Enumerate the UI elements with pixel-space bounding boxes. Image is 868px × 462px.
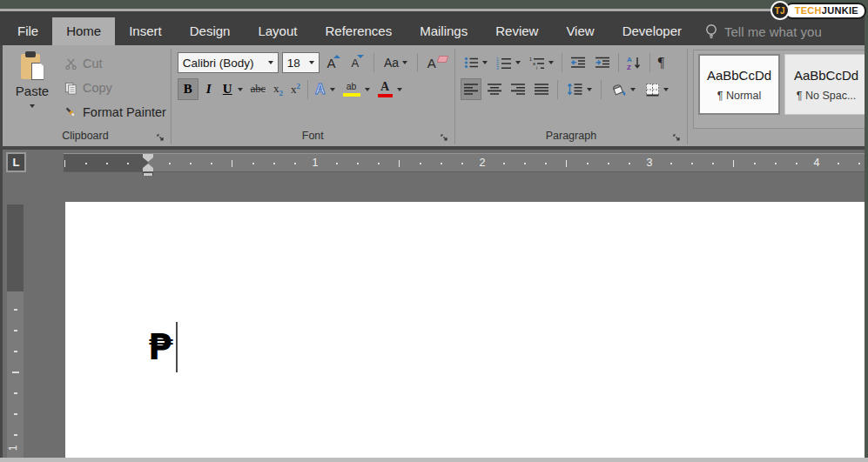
numbering-button[interactable]: 1 2 3 — [493, 52, 524, 74]
styles-gallery: AaBbCcDd ¶ Normal AaBbCcDd ¶ No Spac... — [693, 50, 868, 129]
font-name-combobox[interactable]: Calibri (Body) — [178, 52, 279, 73]
font-color-button[interactable]: A — [374, 78, 406, 100]
justify-button[interactable] — [531, 78, 552, 100]
font-color-swatch — [378, 94, 393, 98]
tab-home[interactable]: Home — [52, 17, 115, 45]
format-painter-button[interactable]: Format Painter — [64, 102, 166, 123]
paint-bucket-icon — [610, 83, 627, 97]
tab-layout[interactable]: Layout — [244, 17, 311, 45]
tab-design[interactable]: Design — [176, 17, 245, 45]
underline-dropdown-icon[interactable] — [238, 88, 243, 91]
increase-indent-button[interactable] — [591, 52, 614, 74]
font-size-combobox[interactable]: 18 — [282, 52, 320, 73]
align-left-icon — [464, 84, 478, 95]
cut-label: Cut — [83, 57, 103, 70]
svg-text:1: 1 — [529, 57, 532, 62]
vertical-ruler[interactable]: 1 — [7, 204, 24, 458]
multilevel-list-button[interactable]: 1 a i — [526, 52, 557, 74]
document-text-line: ₱ — [148, 322, 178, 372]
tab-review[interactable]: Review — [481, 17, 552, 45]
paragraph-dialog-launcher[interactable] — [672, 133, 682, 143]
clear-formatting-button[interactable]: A — [424, 52, 451, 74]
window-frame-top — [0, 0, 868, 9]
shading-dropdown-icon[interactable] — [630, 88, 636, 91]
borders-dropdown-icon[interactable] — [663, 88, 669, 91]
align-right-icon — [511, 84, 525, 95]
window-frame-left — [0, 45, 3, 458]
italic-button[interactable]: I — [199, 78, 219, 100]
tell-me-text: Tell me what you — [724, 24, 822, 39]
sort-icon: A Z — [627, 56, 642, 70]
paragraph-group: 1 2 3 1 a i — [455, 45, 687, 146]
svg-text:i: i — [536, 65, 537, 70]
strikethrough-button[interactable]: abc — [247, 78, 269, 100]
decrease-indent-icon — [570, 57, 586, 69]
tab-insert[interactable]: Insert — [115, 17, 176, 45]
bullets-dropdown-icon[interactable] — [482, 61, 488, 64]
align-right-button[interactable] — [508, 78, 528, 100]
ribbon: Paste Cut — [0, 45, 868, 146]
paste-button[interactable]: Paste — [9, 50, 56, 129]
techjunkie-logo: TJ TECHJUNKIE — [770, 2, 866, 19]
numbering-dropdown-icon[interactable] — [515, 61, 521, 64]
tab-developer[interactable]: Developer — [609, 17, 696, 45]
change-case-button[interactable]: Aa — [380, 52, 411, 74]
text-effects-button[interactable]: A — [312, 78, 339, 100]
style-card-normal[interactable]: AaBbCcDd ¶ Normal — [698, 54, 780, 115]
bullets-button[interactable] — [461, 52, 491, 74]
align-left-button[interactable] — [461, 78, 481, 100]
tab-view[interactable]: View — [552, 17, 608, 45]
document-workspace: 1 ₱ — [0, 176, 868, 462]
copy-button[interactable]: Copy — [64, 77, 166, 98]
borders-icon — [645, 83, 660, 97]
line-spacing-dropdown-icon[interactable] — [587, 88, 592, 91]
shrink-font-icon — [357, 55, 364, 58]
logo-tech-text: TECH — [795, 5, 822, 16]
format-painter-brush-icon — [64, 106, 77, 119]
scissors-icon — [64, 57, 77, 70]
window-frame-bottom — [0, 458, 868, 462]
font-group: Calibri (Body) 18 A A Aa — [172, 45, 454, 146]
font-name-dropdown-icon[interactable] — [268, 61, 273, 64]
paste-dropdown-icon[interactable] — [30, 104, 35, 108]
decrease-indent-button[interactable] — [567, 52, 589, 74]
font-color-dropdown-icon[interactable] — [397, 88, 402, 91]
change-case-dropdown-icon[interactable] — [402, 61, 407, 64]
line-spacing-button[interactable] — [563, 78, 595, 100]
grow-font-button[interactable]: A — [323, 52, 344, 74]
numbering-icon: 1 2 3 — [496, 57, 512, 70]
vertical-ruler-top-margin — [7, 204, 24, 291]
tab-file[interactable]: File — [3, 17, 52, 45]
document-page[interactable]: ₱ — [65, 202, 865, 458]
text-effects-dropdown-icon[interactable] — [330, 88, 335, 91]
shrink-font-button[interactable]: A — [347, 52, 367, 74]
logo-junkie-text: JUNKIE — [822, 5, 858, 16]
sort-button[interactable]: A Z — [623, 52, 645, 74]
shading-button[interactable] — [607, 78, 639, 100]
superscript-button[interactable]: x2 — [287, 78, 304, 100]
tab-mailings[interactable]: Mailings — [406, 17, 481, 45]
highlight-color-swatch — [343, 93, 360, 97]
tab-references[interactable]: References — [311, 17, 406, 45]
paste-label: Paste — [16, 84, 49, 98]
borders-button[interactable] — [642, 78, 672, 100]
style-card-no-spacing[interactable]: AaBbCcDd ¶ No Spac... — [784, 54, 868, 115]
highlight-dropdown-icon[interactable] — [365, 88, 370, 91]
line-spacing-icon — [567, 83, 582, 96]
font-size-dropdown-icon[interactable] — [309, 61, 314, 64]
font-dialog-launcher[interactable] — [440, 133, 449, 143]
bold-button[interactable]: B — [178, 78, 198, 100]
lightbulb-icon — [704, 23, 718, 40]
techjunkie-badge-icon: TJ — [770, 1, 790, 20]
horizontal-ruler[interactable]: 1234 — [64, 153, 865, 172]
text-highlight-button[interactable]: ab — [340, 78, 373, 100]
underline-button[interactable]: U — [219, 78, 246, 100]
tab-stop-selector[interactable]: L — [6, 152, 26, 172]
show-hide-pilcrow-button[interactable]: ¶ — [655, 52, 668, 74]
subscript-button[interactable]: x2 — [270, 78, 286, 100]
tell-me-box[interactable]: Tell me what you — [704, 17, 868, 45]
clipboard-dialog-launcher[interactable] — [156, 133, 165, 143]
align-center-button[interactable] — [484, 78, 505, 100]
multilevel-dropdown-icon[interactable] — [548, 61, 554, 64]
cut-button[interactable]: Cut — [64, 53, 166, 74]
